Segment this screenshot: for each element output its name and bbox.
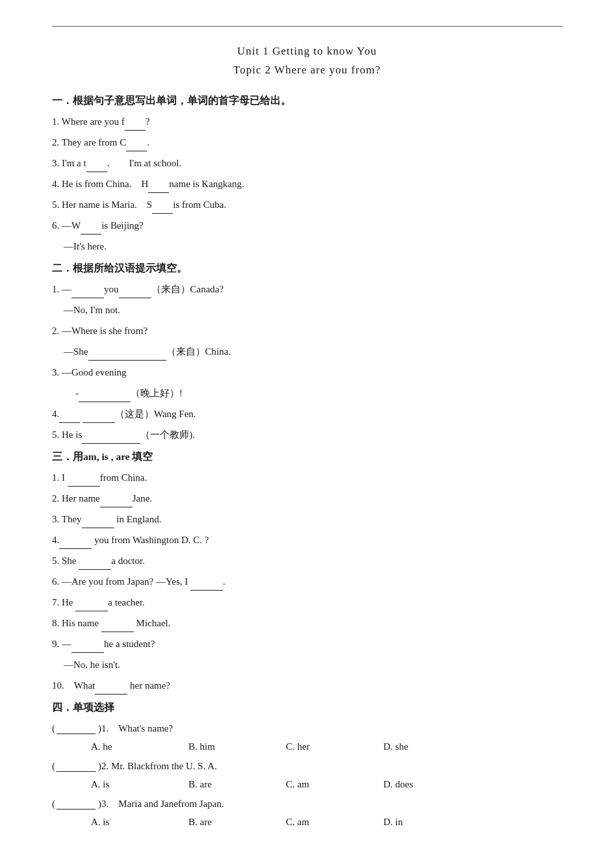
mc-q1-optA[interactable]: A. he bbox=[91, 741, 188, 752]
section1-title: 一．根据句子意思写出单词，单词的首字母已给出。 bbox=[52, 94, 562, 108]
blank[interactable] bbox=[68, 475, 100, 487]
section4-title: 四．单项选择 bbox=[52, 701, 562, 715]
q2-1: 1. —you（来自）Canada? bbox=[52, 281, 562, 298]
q3-9b: —No, he isn't. bbox=[64, 656, 562, 674]
q3-2: 2. Her nameJane. bbox=[52, 490, 562, 507]
blank[interactable] bbox=[101, 620, 134, 632]
blank[interactable] bbox=[100, 496, 133, 507]
blank[interactable] bbox=[190, 579, 223, 591]
blank[interactable] bbox=[83, 411, 115, 423]
q3-7: 7. He a teacher. bbox=[52, 594, 562, 611]
q3-1: 1. I from China. bbox=[52, 469, 562, 487]
blank[interactable] bbox=[126, 140, 147, 151]
mc-q3-optB[interactable]: B. are bbox=[188, 817, 286, 828]
blank[interactable] bbox=[59, 411, 80, 423]
q2-3: 3. —Good evening bbox=[52, 364, 562, 381]
mc-answer-blank-2[interactable] bbox=[57, 760, 96, 772]
q1-6: 6. —Wis Beijing? bbox=[52, 217, 562, 235]
mc-q2-optA[interactable]: A. is bbox=[91, 779, 188, 790]
mc-q2-row: ( ) 2. Mr. Blackfrom the U. S. A. bbox=[52, 758, 562, 775]
blank[interactable] bbox=[71, 641, 104, 653]
q1-4: 4. He is from China. Hname is Kangkang. bbox=[52, 175, 562, 193]
mc-q2-optB[interactable]: B. are bbox=[188, 779, 286, 790]
mc-q1-row: ( ) 1. What's name? bbox=[52, 720, 562, 737]
mc-q3-options: A. is B. are C. am D. in bbox=[91, 817, 562, 828]
blank[interactable] bbox=[79, 390, 131, 402]
q2-2b: —She（来自）China. bbox=[64, 343, 562, 361]
q1-5: 5. Her name is Maria. Sis from Cuba. bbox=[52, 196, 562, 214]
mc-q3-optC[interactable]: C. am bbox=[286, 817, 383, 828]
q2-3b: -（晚上好）! bbox=[75, 385, 562, 402]
q1-3: 3. I'm a t. I'm at school. bbox=[52, 155, 562, 172]
blank[interactable] bbox=[152, 202, 173, 214]
section3-title: 三．用am, is , are 填空 bbox=[52, 450, 562, 464]
mc-q1-optD[interactable]: D. she bbox=[383, 741, 448, 752]
blank[interactable] bbox=[75, 600, 108, 611]
blank[interactable] bbox=[148, 181, 169, 193]
q2-1b: —No, I'm not. bbox=[64, 301, 562, 319]
mc-answer-blank-3[interactable] bbox=[57, 798, 96, 810]
q1-2: 2. They are from C. bbox=[52, 134, 562, 151]
blank[interactable] bbox=[82, 517, 114, 528]
blank[interactable] bbox=[71, 287, 104, 298]
title-line2: Topic 2 Where are you from? bbox=[52, 61, 562, 80]
q1-6b: —It's here. bbox=[64, 238, 562, 255]
blank[interactable] bbox=[81, 223, 101, 235]
q3-5: 5. She a doctor. bbox=[52, 552, 562, 570]
q3-10: 10. What her name? bbox=[52, 677, 562, 695]
q3-3: 3. They in England. bbox=[52, 511, 562, 528]
q2-5: 5. He is（一个教师). bbox=[52, 426, 562, 444]
mc-q2-optC[interactable]: C. am bbox=[286, 779, 383, 790]
mc-q3-optD[interactable]: D. in bbox=[383, 817, 448, 828]
blank[interactable] bbox=[59, 537, 92, 549]
q2-4: 4. （这是）Wang Fen. bbox=[52, 405, 562, 423]
mc-q1-optB[interactable]: B. him bbox=[188, 741, 286, 752]
blank[interactable] bbox=[86, 160, 107, 172]
blank[interactable] bbox=[125, 119, 146, 131]
mc-q2-optD[interactable]: D. does bbox=[383, 779, 448, 790]
mc-q2-options: A. is B. are C. am D. does bbox=[91, 779, 562, 790]
blank[interactable] bbox=[95, 683, 127, 695]
mc-q1-options: A. he B. him C. her D. she bbox=[91, 741, 562, 752]
blank[interactable] bbox=[88, 349, 166, 361]
q3-8: 8. His name Michael. bbox=[52, 615, 562, 632]
title-line1: Unit 1 Getting to know You bbox=[52, 42, 562, 61]
q3-6: 6. —Are you from Japan? —Yes, I . bbox=[52, 573, 562, 591]
blank[interactable] bbox=[79, 558, 111, 570]
page: Unit 1 Getting to know You Topic 2 Where… bbox=[0, 0, 614, 868]
q3-4: 4. you from Washington D. C. ? bbox=[52, 531, 562, 549]
q3-9: 9. —he a student? bbox=[52, 635, 562, 653]
blank[interactable] bbox=[119, 287, 151, 298]
mc-answer-blank-1[interactable] bbox=[57, 722, 96, 734]
title-block: Unit 1 Getting to know You Topic 2 Where… bbox=[52, 42, 562, 80]
section2-title: 二．根据所给汉语提示填空。 bbox=[52, 262, 562, 275]
q1-1: 1. Where are you f? bbox=[52, 113, 562, 131]
top-divider bbox=[52, 26, 562, 27]
mc-q1-optC[interactable]: C. her bbox=[286, 741, 383, 752]
mc-q3-row: ( ) 3. Maria and Janefrom Japan. bbox=[52, 795, 562, 813]
blank[interactable] bbox=[82, 432, 140, 444]
mc-q3-optA[interactable]: A. is bbox=[91, 817, 188, 828]
q2-2: 2. —Where is she from? bbox=[52, 322, 562, 340]
